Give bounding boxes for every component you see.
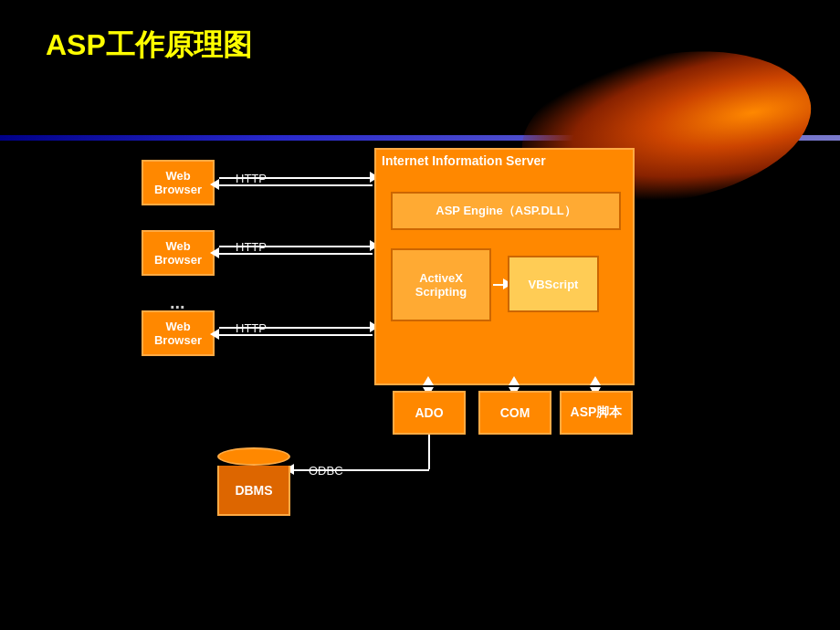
http1-line-right <box>219 177 373 179</box>
http1-arrowhead-left <box>210 179 219 190</box>
iis-title: Internet Information Server <box>382 153 546 168</box>
ado-arrowhead-up <box>423 376 434 385</box>
com-box: COM <box>478 391 551 435</box>
ado-box: ADO <box>393 391 466 435</box>
web-browser-1: WebBrowser <box>142 160 215 205</box>
http3-line-right <box>219 327 373 329</box>
http3-line-left <box>217 334 373 336</box>
ado-dbms-hline <box>292 469 429 471</box>
page-title: ASP工作原理图 <box>46 26 252 66</box>
http2-arrowhead-left <box>210 247 219 258</box>
http2-line-right <box>219 246 373 247</box>
http3-arrowhead-left <box>210 329 219 340</box>
com-arrowhead-up <box>509 376 520 385</box>
ado-dbms-vline <box>428 435 430 469</box>
asp-engine-label: ASP Engine（ASP.DLL） <box>436 203 575 219</box>
http2-line-left <box>217 253 373 255</box>
web-browser-3: WebBrowser <box>142 310 215 356</box>
vbscript-box: VBScript <box>508 256 599 312</box>
http1-line-left <box>217 184 373 186</box>
dbms-label: DBMS <box>235 483 272 498</box>
asp-engine-box: ASP Engine（ASP.DLL） <box>391 192 621 230</box>
web-browser-2: WebBrowser <box>142 230 215 276</box>
cylinder-body: DBMS <box>217 466 290 516</box>
dbms-container: DBMS <box>217 447 290 516</box>
cylinder-top <box>217 447 290 466</box>
activex-box: ActiveXScripting <box>391 248 491 321</box>
dots: ... <box>170 292 185 313</box>
vbscript-label: VBScript <box>529 278 579 291</box>
activex-label: ActiveXScripting <box>415 271 467 299</box>
asp-arrowhead-up <box>590 376 601 385</box>
asp-script-box: ASP脚本 <box>560 391 633 435</box>
